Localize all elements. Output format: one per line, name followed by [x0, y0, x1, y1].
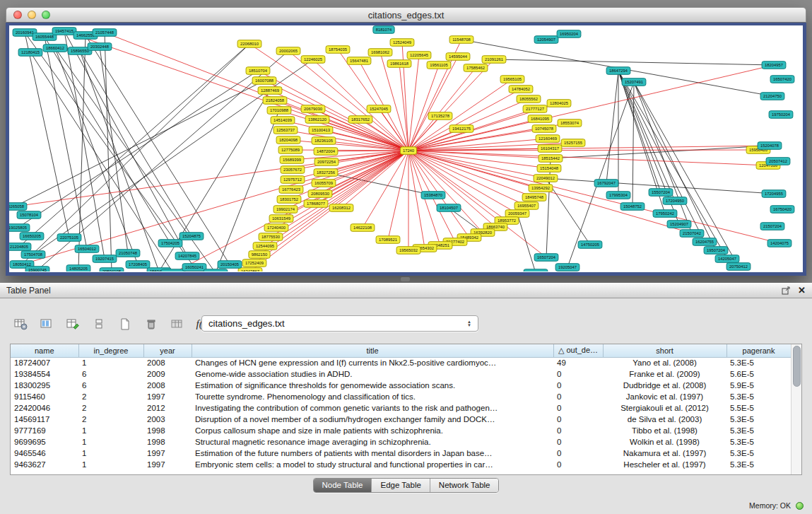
graph-node[interactable]: 14805205 [66, 265, 90, 271]
cell-name[interactable]: 9465546 [11, 448, 78, 459]
cell-pagerank[interactable]: 5.3E-5 [726, 414, 791, 425]
graph-edge-red[interactable] [408, 151, 425, 248]
graph-edge-red[interactable] [64, 31, 408, 151]
graph-node[interactable]: 12804025 [547, 100, 571, 107]
import-table-icon[interactable] [167, 314, 188, 334]
cell-out-degree[interactable]: 0 [553, 380, 603, 391]
graph-edge-black[interactable] [618, 71, 661, 192]
cell-title[interactable]: Structural magnetic resonance image aver… [192, 436, 553, 448]
cell-pagerank[interactable]: 5.3E-5 [726, 459, 791, 470]
graph-node[interactable]: 15204078 [758, 142, 782, 150]
table-row[interactable]: 1872400712008Changes of HCN gene express… [11, 357, 791, 368]
table-row[interactable]: 946554611997Estimation of the future num… [11, 448, 791, 459]
graph-edge-black[interactable] [86, 35, 230, 264]
graph-node[interactable]: 16841095 [528, 115, 552, 123]
graph-node[interactable]: 14514039 [271, 117, 295, 124]
cell-pagerank[interactable]: 5.9E-5 [726, 380, 791, 391]
table-row[interactable]: 911546021997Tourette syndrome. Phenomeno… [11, 391, 791, 402]
show-columns-icon[interactable] [36, 314, 57, 334]
graph-node[interactable]: 12180415 [18, 49, 42, 57]
graph-node[interactable]: 19457415 [52, 28, 76, 35]
cell-in-degree[interactable]: 1 [78, 459, 143, 470]
graph-node[interactable]: 18553074 [558, 119, 582, 127]
edit-column-icon[interactable] [62, 314, 83, 334]
cell-name[interactable]: 9699695 [11, 436, 78, 448]
graph-node[interactable]: 19412175 [449, 125, 473, 133]
cell-year[interactable]: 2012 [143, 402, 192, 414]
graph-node[interactable]: 18510704 [246, 67, 270, 75]
graph-node[interactable]: 17504708 [21, 251, 45, 259]
graph-node[interactable]: 15647481 [347, 57, 371, 65]
graph-node[interactable]: 16343867 [238, 268, 262, 271]
graph-node[interactable]: 16650205 [20, 233, 44, 240]
cell-out-degree[interactable]: 0 [553, 391, 603, 402]
graph-node[interactable]: 17950242 [653, 210, 677, 218]
graph-node[interactable]: 14595044 [446, 53, 470, 61]
graph-node[interactable]: 10745078 [532, 125, 556, 133]
cell-out-degree[interactable]: 0 [553, 448, 603, 459]
graph-node[interactable]: 17208405 [126, 261, 150, 269]
graph-node[interactable]: 19504205 [204, 269, 228, 271]
graph-node[interactable]: 19205047 [555, 264, 579, 271]
graph-node[interactable]: 18775530 [259, 233, 283, 241]
graph-node[interactable]: 18204750 [161, 269, 185, 271]
graph-node[interactable]: 18327256 [314, 169, 338, 177]
cell-title[interactable]: Estimation of the future numbers of pati… [192, 448, 553, 459]
graph-node[interactable]: 22075105 [57, 234, 81, 242]
graph-node[interactable]: 12160469 [536, 135, 560, 143]
graph-node[interactable]: 23057672 [281, 166, 305, 174]
panel-resize-handle[interactable] [401, 277, 410, 281]
cell-out-degree[interactable]: 0 [553, 368, 603, 380]
graph-node[interactable]: 14784052 [509, 86, 533, 93]
graph-edge-red[interactable] [408, 151, 483, 233]
network-canvas-svg[interactable]: 1724018510704160070881288746921824058170… [9, 25, 803, 271]
graph-node[interactable]: 20809530 [308, 190, 332, 198]
graph-node[interactable]: 17204955 [762, 190, 786, 198]
graph-node[interactable]: 16792047 [594, 180, 618, 187]
graph-edge-black[interactable] [18, 71, 258, 228]
graph-node[interactable]: 18055562 [517, 95, 541, 103]
graph-node[interactable]: 16981062 [368, 49, 392, 57]
graph-node[interactable]: 13862120 [305, 116, 329, 124]
graph-node[interactable]: 18515442 [539, 155, 563, 163]
graph-node[interactable]: 16750420 [770, 206, 794, 214]
cell-out-degree[interactable]: 0 [553, 402, 603, 414]
cell-year[interactable]: 1997 [143, 448, 192, 459]
cell-pagerank[interactable]: 5.3E-5 [726, 357, 791, 368]
new-table-icon[interactable] [114, 314, 136, 334]
graph-node[interactable]: 16955407 [514, 202, 539, 210]
cell-year[interactable]: 1997 [143, 459, 192, 470]
cell-year[interactable]: 1998 [143, 436, 192, 448]
delete-table-icon[interactable] [141, 314, 162, 334]
graph-node[interactable]: 15078104 [17, 211, 41, 219]
graph-edge-red[interactable] [291, 151, 408, 189]
cell-short[interactable]: Jankovic et al. (1997) [603, 391, 726, 402]
graph-node[interactable]: 15247045 [367, 105, 391, 113]
graph-edge-red[interactable] [408, 79, 512, 151]
column-header-short[interactable]: short [603, 344, 726, 357]
graph-edge-black[interactable] [19, 44, 249, 247]
network-canvas[interactable]: 1724018510704160070881288746921824058170… [6, 23, 806, 276]
column-header-pagerank[interactable]: pagerank [726, 344, 791, 357]
cell-pagerank[interactable]: 5.3E-5 [726, 436, 791, 448]
graph-node[interactable]: 20150405 [218, 261, 242, 269]
cell-short[interactable]: Dudbridge et al. (2008) [603, 380, 726, 391]
graph-edge-red[interactable] [408, 65, 774, 151]
graph-edge-black[interactable] [55, 48, 138, 264]
graph-node[interactable]: 17240400 [264, 224, 288, 232]
graph-node[interactable]: 17204950 [663, 197, 687, 205]
graph-node[interactable]: 15207491 [622, 78, 646, 86]
cell-out-degree[interactable]: 49 [553, 357, 603, 368]
cell-name[interactable]: 18300295 [11, 380, 78, 391]
graph-node[interactable]: 15100413 [309, 127, 333, 134]
graph-node[interactable]: 20507412 [766, 158, 790, 165]
table-select-dropdown[interactable]: citations_edges.txt ▲▼ [201, 315, 478, 332]
graph-node[interactable]: 18317652 [348, 116, 372, 124]
graph-edge-black[interactable] [546, 158, 551, 257]
cell-year[interactable]: 1997 [143, 391, 192, 402]
close-panel-icon[interactable]: ✕ [798, 286, 806, 295]
graph-node[interactable]: 15900745 [25, 267, 49, 271]
graph-node[interactable]: 22068010 [237, 40, 261, 48]
cell-year[interactable]: 2009 [143, 368, 192, 380]
column-header-name[interactable]: name [11, 344, 78, 357]
